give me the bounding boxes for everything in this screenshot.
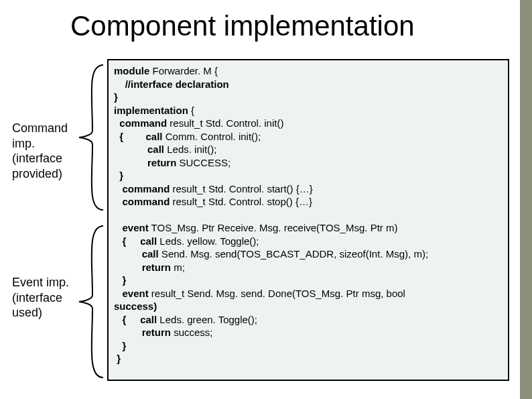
code-line: command result_t Std. Control. start() {… bbox=[114, 182, 503, 196]
code-line: } bbox=[114, 91, 503, 104]
code-line: { call Comm. Control. init(); bbox=[114, 130, 503, 144]
code-line: call Leds. init(); bbox=[114, 143, 503, 156]
code-line: { call Leds. yellow. Toggle(); bbox=[114, 235, 503, 248]
code-line: implementation { bbox=[114, 104, 503, 117]
page-title: Component implementation bbox=[0, 0, 532, 42]
code-line: } bbox=[114, 339, 503, 353]
code-line: call Send. Msg. send(TOS_BCAST_ADDR, siz… bbox=[114, 247, 503, 261]
code-line: } bbox=[114, 352, 503, 365]
brace-icon bbox=[74, 225, 106, 379]
code-line: success) bbox=[114, 300, 503, 313]
code-line: module Forwarder. M { bbox=[114, 64, 503, 78]
code-line: event TOS_Msg. Ptr Receive. Msg. receive… bbox=[114, 221, 503, 235]
code-line: { call Leds. green. Toggle(); bbox=[114, 313, 503, 327]
code-line: //interface declaration bbox=[114, 78, 503, 91]
code-line: return SUCCESS; bbox=[114, 156, 503, 170]
code-line: return m; bbox=[114, 261, 503, 274]
code-line: command result_t Std. Control. stop() {…… bbox=[114, 195, 503, 209]
code-line: } bbox=[114, 169, 503, 182]
brace-icon bbox=[74, 64, 106, 211]
accent-bar bbox=[520, 0, 532, 399]
code-box: module Forwarder. M { //interface declar… bbox=[107, 59, 509, 381]
code-line: command result_t Std. Control. init() bbox=[114, 117, 503, 130]
code-line: } bbox=[114, 274, 503, 287]
code-line: return success; bbox=[114, 326, 503, 339]
code-line bbox=[114, 209, 503, 222]
code-line: event result_t Send. Msg. send. Done(TOS… bbox=[114, 287, 503, 300]
